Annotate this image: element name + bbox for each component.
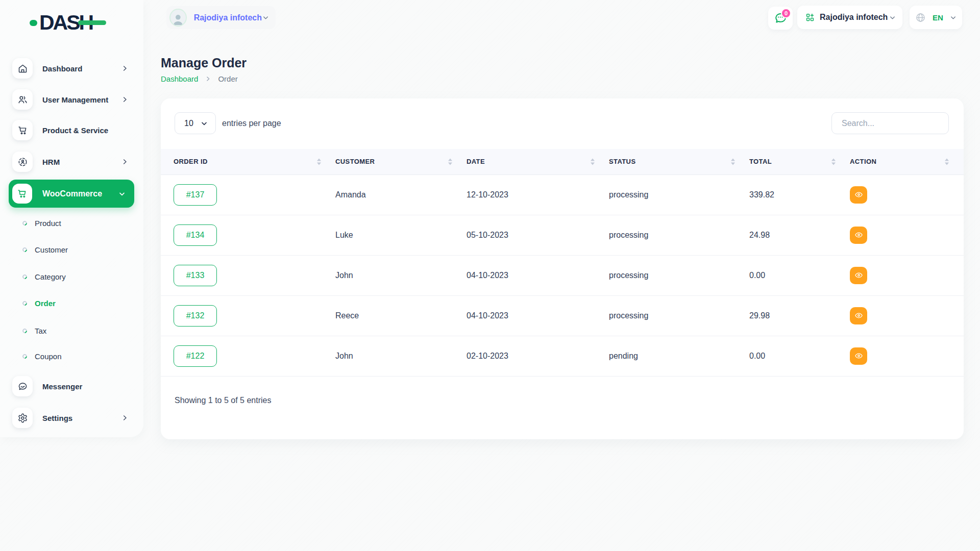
cell-status: processing: [603, 295, 743, 336]
order-id-badge[interactable]: #137: [174, 184, 217, 206]
sidebar-subitem-coupon[interactable]: Coupon: [0, 348, 143, 364]
bullet-icon: [21, 353, 28, 360]
sidebar-item-hrm[interactable]: HRM: [0, 152, 143, 172]
gear-icon: [12, 408, 33, 428]
chevron-right-icon: [121, 158, 129, 166]
bullet-icon: [21, 300, 28, 307]
cell-date: 12-10-2023: [460, 174, 603, 215]
cart-icon: [12, 184, 32, 204]
company-switcher[interactable]: Rajodiya infotech: [797, 6, 902, 29]
sidebar-item-label: HRM: [42, 158, 60, 166]
cell-status: processing: [603, 255, 743, 295]
col-date[interactable]: DATE: [460, 149, 603, 174]
workspace-switcher[interactable]: Rajodiya infotech: [166, 6, 276, 29]
sidebar-item-messenger[interactable]: Messenger: [0, 376, 143, 396]
chevron-down-icon: [889, 14, 896, 21]
sidebar-subitem-category[interactable]: Category: [0, 269, 143, 284]
breadcrumb: Dashboard Order: [161, 74, 238, 83]
chevron-down-icon: [262, 14, 270, 21]
workspace-name: Rajodiya infotech: [194, 13, 262, 22]
table-row: #133 John 04-10-2023 processing 0.00: [161, 255, 964, 295]
sidebar-item-label: Dashboard: [42, 64, 82, 73]
table-header-row: ORDER ID CUSTOMER DATE STATUS TOTAL ACTI…: [161, 149, 964, 174]
page-size-select[interactable]: 10: [175, 112, 216, 134]
view-order-button[interactable]: [850, 347, 867, 365]
cell-status: processing: [603, 215, 743, 255]
cell-customer: Luke: [329, 215, 460, 255]
logo-dash-bar: [78, 20, 106, 25]
bullet-icon: [21, 273, 28, 280]
logo-dot: [30, 20, 37, 26]
view-order-button[interactable]: [850, 267, 867, 284]
orders-card: 10 entries per page ORDER ID CUSTOMER DA…: [161, 98, 964, 439]
sidebar-subitem-label: Tax: [35, 327, 46, 335]
users-icon: [12, 89, 33, 110]
sort-icon: [831, 158, 836, 165]
company-name: Rajodiya infotech: [820, 13, 888, 22]
bullet-icon: [21, 328, 28, 334]
chevron-right-icon: [205, 76, 211, 82]
sidebar-item-label: Product & Service: [42, 126, 108, 135]
cell-customer: John: [329, 255, 460, 295]
sidebar-subitem-product[interactable]: Product: [0, 215, 143, 231]
cell-status: pending: [603, 336, 743, 376]
sidebar-item-label: User Management: [42, 95, 108, 104]
cell-date: 04-10-2023: [460, 255, 603, 295]
sidebar-subitem-tax[interactable]: Tax: [0, 323, 143, 338]
cell-date: 05-10-2023: [460, 215, 603, 255]
page-size-value: 10: [184, 119, 193, 128]
sidebar-subitem-label: Order: [35, 299, 56, 308]
hrm-icon: [12, 152, 33, 172]
cell-customer: John: [329, 336, 460, 376]
language-code: EN: [933, 13, 943, 22]
messages-badge: 0: [781, 8, 791, 18]
cell-total: 0.00: [743, 336, 844, 376]
col-order-id[interactable]: ORDER ID: [161, 149, 329, 174]
view-order-button[interactable]: [850, 227, 867, 244]
messenger-icon: [12, 376, 33, 396]
sidebar-subitem-customer[interactable]: Customer: [0, 242, 143, 257]
order-id-badge[interactable]: #134: [174, 224, 217, 246]
table-summary: Showing 1 to 5 of 5 entries: [175, 396, 271, 405]
sidebar: DASH Dashboard User Management Product &…: [0, 0, 143, 437]
sort-icon: [731, 158, 735, 165]
sidebar-item-user-management[interactable]: User Management: [0, 89, 143, 110]
sort-icon: [448, 158, 452, 165]
cell-customer: Amanda: [329, 174, 460, 215]
sidebar-subitem-label: Product: [35, 219, 61, 228]
col-action[interactable]: ACTION: [844, 149, 964, 174]
sort-icon: [591, 158, 595, 165]
breadcrumb-dashboard-link[interactable]: Dashboard: [161, 74, 198, 83]
sidebar-item-settings[interactable]: Settings: [0, 408, 143, 428]
view-order-button[interactable]: [850, 186, 867, 204]
sidebar-subitem-label: Category: [35, 272, 66, 281]
col-customer[interactable]: CUSTOMER: [329, 149, 460, 174]
chevron-down-icon: [118, 190, 126, 198]
sidebar-item-dashboard[interactable]: Dashboard: [0, 58, 143, 79]
sidebar-subitem-order[interactable]: Order: [0, 295, 143, 311]
brand-logo[interactable]: DASH: [30, 11, 92, 34]
sidebar-item-woocommerce[interactable]: WooCommerce: [9, 180, 134, 208]
messages-button[interactable]: 0: [768, 7, 793, 30]
chevron-down-icon: [200, 119, 208, 128]
entries-per-page-label: entries per page: [222, 112, 281, 134]
bullet-icon: [21, 246, 28, 253]
col-total[interactable]: TOTAL: [743, 149, 844, 174]
order-id-badge[interactable]: #122: [174, 345, 217, 367]
language-selector[interactable]: EN: [910, 6, 962, 29]
globe-icon: [915, 12, 926, 23]
cart-icon: [12, 120, 33, 140]
col-status[interactable]: STATUS: [603, 149, 743, 174]
sidebar-item-product-service[interactable]: Product & Service: [0, 120, 143, 140]
chevron-right-icon: [121, 65, 129, 72]
search-input[interactable]: [831, 112, 949, 134]
order-id-badge[interactable]: #132: [174, 305, 217, 327]
chevron-right-icon: [121, 96, 129, 104]
sidebar-item-label: Messenger: [42, 382, 82, 391]
table-row: #134 Luke 05-10-2023 processing 24.98: [161, 215, 964, 255]
table-row: #122 John 02-10-2023 pending 0.00: [161, 336, 964, 376]
cell-total: 0.00: [743, 255, 844, 295]
order-id-badge[interactable]: #133: [174, 265, 217, 286]
sort-icon: [317, 158, 321, 165]
view-order-button[interactable]: [850, 307, 867, 324]
